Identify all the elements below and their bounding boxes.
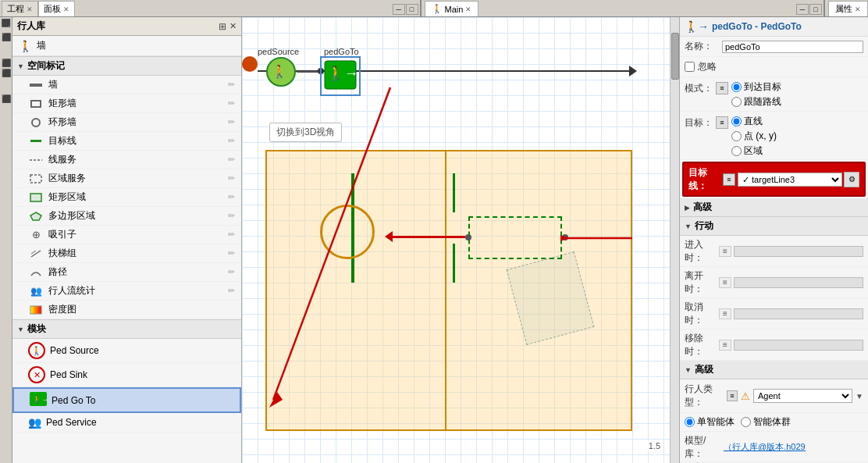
rect-wall-icon (28, 100, 44, 108)
rect-area-item[interactable]: 矩形区域 ✏ (12, 188, 241, 207)
action-remove-label: 移除时： (685, 332, 719, 358)
canvas-tab-main-close[interactable]: ✕ (465, 5, 471, 13)
action-cancel-btn[interactable]: ≡ (719, 308, 731, 319)
mode-option-1[interactable]: 到达目标 (731, 80, 781, 94)
prop-ignore-checkbox[interactable] (685, 62, 695, 72)
advanced-section-2-header[interactable]: ▼ 高级 (680, 361, 868, 379)
wall-item[interactable]: 墙 ✏ (12, 76, 241, 94)
path-edit-btn[interactable]: ✏ (228, 267, 235, 277)
target-option-1[interactable]: 直线 (731, 115, 777, 128)
ped-stats-item[interactable]: 👥 行人流统计 ✏ (12, 282, 241, 301)
green-line-right-bottom[interactable] (453, 244, 455, 283)
action-cancel-row: 取消时： ≡ (680, 298, 868, 329)
target-option-3[interactable]: 区域 (731, 144, 777, 158)
sidebar-icon-1[interactable]: ⬛ (1, 19, 12, 28)
advanced-section-1-header[interactable]: ▶ 高级 (680, 198, 868, 217)
rect-wall-edit-btn[interactable]: ✏ (228, 98, 235, 109)
mode-radio-2[interactable] (731, 97, 742, 107)
mode-option-1-label: 到达目标 (744, 80, 781, 94)
target-line-edit-btn[interactable]: ✏ (228, 136, 235, 146)
canvas-scrollbar-thumb[interactable] (671, 33, 679, 80)
ped-goto-item[interactable]: 🚶→ Ped Go To (12, 387, 241, 413)
path-item[interactable]: 路径 ✏ (12, 263, 241, 282)
ped-source-item[interactable]: 🚶 Ped Source (12, 339, 241, 363)
single-agent-option[interactable]: 单智能体 (685, 415, 735, 429)
model-row: 模型/库： （行人库@版本.h029 (680, 432, 868, 463)
left-tab-panel-close[interactable]: ✕ (63, 5, 69, 13)
targetline-align-btn[interactable]: ≡ (723, 173, 735, 186)
canvas-maximize[interactable]: □ (809, 4, 822, 15)
ped-sink-item[interactable]: ✕ Ped Sink (12, 363, 241, 387)
target-option-2[interactable]: 点 (x, y) (731, 130, 777, 143)
ped-goto-node[interactable]: 🚶→ (320, 56, 361, 96)
target-radio-1[interactable] (731, 116, 742, 126)
panel-grid-btn[interactable]: ⊞ (219, 21, 226, 32)
area-service-edit-btn[interactable]: ✏ (228, 173, 235, 183)
props-tab[interactable]: 属性 ✕ (828, 1, 868, 16)
sidebar-icon-5[interactable]: ⬛ (2, 94, 11, 103)
smart-group-radio[interactable] (741, 417, 751, 427)
target-dashed-rect[interactable] (468, 216, 562, 259)
rect-area-label: 矩形区域 (48, 191, 223, 204)
switch-3d-button[interactable]: 切换到3D视角 (269, 123, 342, 142)
props-tab-close[interactable]: ✕ (855, 5, 861, 13)
line-service-edit-btn[interactable]: ✏ (228, 155, 235, 165)
poly-area-item[interactable]: 多边形区域 ✏ (12, 207, 241, 226)
space-marks-header[interactable]: ▼ 空间标记 (12, 56, 241, 76)
circle-wall-edit-btn[interactable]: ✏ (228, 117, 235, 127)
sidebar-icon-3[interactable]: ⬛ (2, 59, 11, 67)
mode-option-2[interactable]: 跟随路线 (731, 95, 781, 109)
canvas-tab-main[interactable]: 🚶 Main ✕ (425, 1, 479, 16)
sidebar-icon-4[interactable]: ⬛ (2, 69, 11, 77)
prop-name-input[interactable] (722, 41, 863, 53)
agent-align-btn[interactable]: ≡ (727, 390, 738, 401)
modules-header[interactable]: ▼ 模块 (12, 319, 241, 339)
model-link[interactable]: （行人库@版本.h029 (724, 441, 806, 453)
left-tab-engineering[interactable]: 工程 ✕ (2, 1, 38, 16)
ped-service-item[interactable]: 👥 Ped Service (12, 413, 241, 433)
attractor-edit-btn[interactable]: ✏ (228, 230, 235, 240)
ped-source-node[interactable]: 🚶 (265, 56, 297, 90)
panel-close-btn[interactable]: ✕ (229, 21, 237, 31)
escalator-item[interactable]: 扶梯组 ✏ (12, 244, 241, 263)
props-tab-label: 属性 (835, 3, 852, 15)
green-line-right-top[interactable] (453, 173, 455, 212)
sidebar-icon-2[interactable]: ⬛ (2, 33, 11, 41)
left-panel-minimize[interactable]: ─ (393, 4, 405, 15)
poly-area-edit-btn[interactable]: ✏ (228, 211, 235, 221)
target-line-item[interactable]: 目标线 ✏ (12, 132, 241, 151)
left-tab-panel[interactable]: 面板 ✕ (38, 1, 75, 16)
canvas-minimize[interactable]: ─ (796, 4, 809, 15)
left-panel-maximize[interactable]: □ (406, 4, 418, 15)
ped-stats-edit-btn[interactable]: ✏ (228, 286, 235, 296)
ped-type-item[interactable]: 🚶 墙 (12, 36, 241, 56)
targetline-select[interactable]: ✓ targetLine3 (738, 173, 842, 187)
targetline-config-btn[interactable]: ⚙ (844, 172, 859, 187)
action-leave-btn[interactable]: ≡ (719, 277, 731, 288)
target-align-btn[interactable]: ≡ (716, 116, 728, 129)
left-tab-engineering-close[interactable]: ✕ (27, 5, 33, 13)
line-service-item[interactable]: 线服务 ✏ (12, 151, 241, 169)
circle-obstacle[interactable] (320, 205, 375, 259)
agent-select-expand[interactable]: ▼ (856, 392, 863, 401)
circle-wall-item[interactable]: 环形墙 ✏ (12, 113, 241, 132)
smart-group-option[interactable]: 智能体群 (741, 415, 791, 429)
canvas-content[interactable]: pedSource pedGoTo 🚶 (242, 17, 679, 463)
target-radio-3[interactable] (731, 146, 742, 156)
rect-wall-item[interactable]: 矩形墙 ✏ (12, 94, 241, 113)
mode-align-btn[interactable]: ≡ (716, 82, 728, 94)
single-agent-radio[interactable] (685, 417, 695, 427)
action-enter-btn[interactable]: ≡ (719, 246, 731, 257)
agent-type-select[interactable]: Agent (753, 389, 852, 403)
mode-radio-1[interactable] (731, 82, 742, 92)
target-radio-2[interactable] (731, 131, 742, 141)
escalator-edit-btn[interactable]: ✏ (228, 248, 235, 258)
wall-edit-btn[interactable]: ✏ (228, 80, 235, 90)
attractor-item[interactable]: ⊕ 吸引子 ✏ (12, 226, 241, 244)
area-service-item[interactable]: 区域服务 ✏ (12, 169, 241, 188)
action-remove-btn[interactable]: ≡ (719, 340, 731, 351)
rect-area-edit-btn[interactable]: ✏ (228, 192, 235, 202)
action-section-header[interactable]: ▼ 行动 (680, 217, 868, 236)
density-item[interactable]: 密度图 (12, 301, 241, 319)
canvas-scrollbar[interactable] (670, 17, 679, 463)
